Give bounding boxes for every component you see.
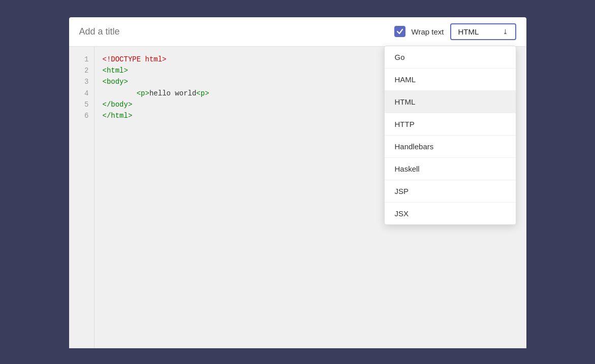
- dropdown-item-haml[interactable]: HAML: [385, 69, 516, 91]
- dropdown-item-go[interactable]: Go: [385, 46, 516, 69]
- dropdown-item-handlebars[interactable]: Handlebars: [385, 136, 516, 158]
- dropdown-item-http[interactable]: HTTP: [385, 113, 516, 136]
- line-number: 3: [74, 76, 89, 87]
- selected-language-label: HTML: [458, 27, 479, 36]
- line-numbers: 1 2 3 4 5 6: [69, 47, 95, 348]
- header-controls: Wrap text HTML ⤓: [394, 23, 516, 40]
- wrap-text-checkbox[interactable]: [394, 26, 405, 37]
- line-number: 5: [74, 99, 89, 110]
- line-number: 6: [74, 110, 89, 121]
- line-number: 2: [74, 65, 89, 76]
- title-input[interactable]: [79, 26, 394, 37]
- editor-header: Wrap text HTML ⤓: [69, 17, 526, 47]
- line-number: 4: [74, 88, 89, 99]
- chevron-down-icon: ⤓: [503, 28, 508, 36]
- dropdown-item-html[interactable]: HTML: [385, 91, 516, 113]
- wrap-text-label: Wrap text: [412, 27, 444, 36]
- language-dropdown: Go HAML HTML HTTP Handlebars Haskell JSP…: [384, 46, 516, 225]
- dropdown-item-jsp[interactable]: JSP: [385, 180, 516, 203]
- dropdown-item-jsx[interactable]: JSX: [385, 203, 516, 224]
- dropdown-item-haskell[interactable]: Haskell: [385, 158, 516, 180]
- line-number: 1: [74, 54, 89, 65]
- editor-container: Wrap text HTML ⤓ 1 2 3 4 5 6 <!DOCTYPE h…: [69, 17, 526, 347]
- language-select-button[interactable]: HTML ⤓: [450, 23, 516, 40]
